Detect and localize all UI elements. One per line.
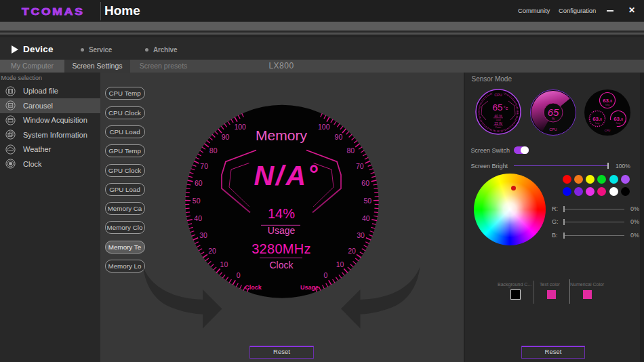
svg-text:N/A°: N/A° (254, 160, 319, 191)
svg-text:CPU: CPU (605, 129, 611, 132)
svg-text:50: 50 (363, 197, 371, 205)
svg-text:70: 70 (356, 162, 364, 170)
svg-text:Memory: Memory (256, 127, 307, 143)
svg-text:70: 70 (200, 162, 208, 170)
svg-text:Temp: Temp (595, 122, 600, 125)
svg-text:30: 30 (199, 231, 207, 239)
svg-text:Power: Power (496, 126, 502, 129)
svg-text:10: 10 (336, 260, 344, 268)
svg-text:CPU: CPU (549, 127, 557, 132)
svg-text:40: 40 (194, 214, 202, 222)
svg-text:40: 40 (362, 214, 370, 222)
svg-text:3280MHz: 3280MHz (251, 241, 311, 256)
svg-text:30: 30 (357, 231, 365, 239)
svg-text:0: 0 (323, 271, 327, 279)
svg-text:Temp: Temp (605, 104, 610, 106)
svg-text:65: 65 (548, 106, 559, 118)
svg-text:60: 60 (361, 179, 369, 187)
svg-text:65: 65 (492, 102, 502, 113)
svg-text:°c: °c (504, 106, 508, 110)
svg-text:Temp: Temp (616, 122, 621, 125)
svg-text:14%: 14% (268, 206, 295, 221)
svg-text:25 W: 25 W (494, 121, 502, 125)
svg-text:40 %: 40 % (494, 114, 502, 118)
svg-text:Clock: Clock (269, 260, 294, 270)
svg-text:100: 100 (234, 123, 246, 131)
svg-text:80: 80 (209, 146, 218, 155)
svg-text:90: 90 (335, 133, 343, 141)
svg-text:20: 20 (348, 247, 356, 255)
svg-text:60: 60 (195, 179, 203, 187)
svg-text:Usage: Usage (268, 225, 296, 236)
svg-text:Usage: Usage (300, 284, 319, 291)
svg-text:80: 80 (346, 146, 355, 155)
svg-text:Clock: Clock (245, 284, 262, 291)
svg-text:20: 20 (208, 247, 216, 255)
svg-text:0: 0 (237, 271, 241, 279)
svg-text:CPU: CPU (494, 93, 502, 97)
svg-text:%: % (552, 117, 555, 121)
svg-text:100: 100 (318, 123, 330, 131)
svg-text:50: 50 (193, 197, 201, 205)
svg-text:10: 10 (220, 260, 228, 268)
svg-text:90: 90 (222, 133, 230, 141)
